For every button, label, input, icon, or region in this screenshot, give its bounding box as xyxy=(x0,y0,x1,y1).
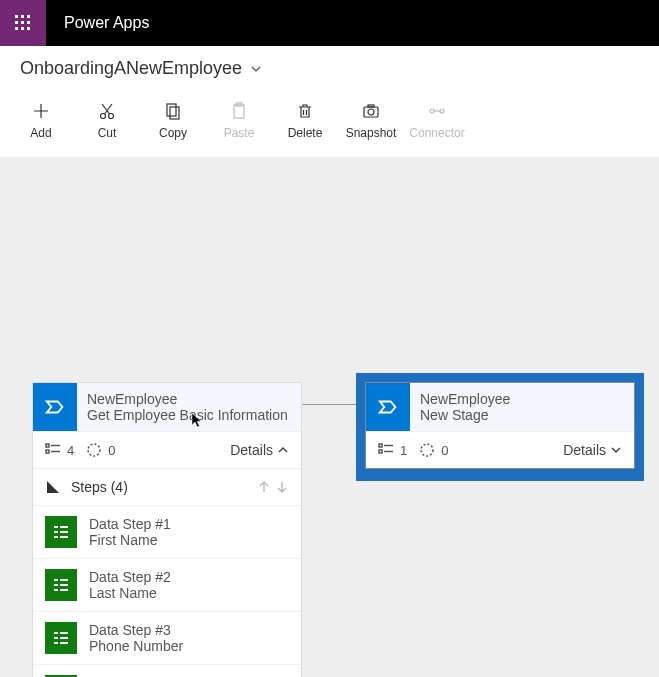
svg-rect-30 xyxy=(60,579,68,581)
cut-label: Cut xyxy=(98,126,117,140)
process-count-value: 0 xyxy=(441,443,448,458)
arrow-down-icon xyxy=(275,480,289,494)
stage-name: Get Employee Basic Information xyxy=(87,407,291,423)
stage-header[interactable]: NewEmployee Get Employee Basic Informati… xyxy=(33,383,301,431)
copy-button[interactable]: Copy xyxy=(140,93,206,149)
connector-line xyxy=(300,404,362,405)
scissors-icon xyxy=(98,102,116,120)
process-count: 0 xyxy=(419,442,448,458)
add-button[interactable]: Add xyxy=(8,93,74,149)
steps-count: 1 xyxy=(378,442,407,458)
svg-rect-25 xyxy=(54,531,58,533)
form-icon xyxy=(52,629,70,647)
svg-rect-40 xyxy=(60,642,68,644)
step-row[interactable]: Data Step #2 Last Name xyxy=(33,558,301,611)
trash-icon xyxy=(296,102,314,120)
app-title: Power Apps xyxy=(46,0,167,46)
details-toggle[interactable]: Details xyxy=(230,442,289,458)
chevron-shape-icon xyxy=(44,396,66,418)
svg-rect-38 xyxy=(60,637,68,639)
canvas[interactable]: NewEmployee Get Employee Basic Informati… xyxy=(0,157,659,677)
paste-icon xyxy=(230,102,248,120)
svg-rect-21 xyxy=(46,450,49,453)
stage-stats: 1 0 Details xyxy=(366,431,634,468)
step-icon xyxy=(45,516,77,548)
stage-card-new-stage[interactable]: NewEmployee New Stage 1 0 Details xyxy=(365,382,635,469)
svg-rect-34 xyxy=(60,589,68,591)
reorder-arrows xyxy=(257,480,289,494)
svg-point-22 xyxy=(88,444,100,456)
refresh-icon xyxy=(86,442,102,458)
connector-button: Connector xyxy=(404,93,470,149)
svg-point-10 xyxy=(109,114,114,119)
toolbar: Add Cut Copy Paste Delete Snapshot Conne… xyxy=(0,87,659,157)
details-label: Details xyxy=(230,442,273,458)
chevron-down-icon xyxy=(250,63,262,75)
svg-rect-29 xyxy=(54,579,58,581)
cut-button[interactable]: Cut xyxy=(74,93,140,149)
step-icon xyxy=(45,569,77,601)
svg-rect-1 xyxy=(21,15,24,18)
svg-rect-20 xyxy=(46,444,49,447)
step-row[interactable]: Data Step #3 Phone Number xyxy=(33,611,301,664)
steps-count: 4 xyxy=(45,442,74,458)
steps-count-value: 4 xyxy=(67,443,74,458)
svg-rect-23 xyxy=(54,526,58,528)
steps-header[interactable]: Steps (4) xyxy=(33,469,301,505)
triangle-icon xyxy=(45,479,61,495)
stage-entity: NewEmployee xyxy=(420,391,624,407)
snapshot-button[interactable]: Snapshot xyxy=(338,93,404,149)
details-toggle[interactable]: Details xyxy=(563,442,622,458)
paste-label: Paste xyxy=(224,126,255,140)
svg-rect-33 xyxy=(54,589,58,591)
svg-rect-3 xyxy=(15,21,18,24)
step-field: Last Name xyxy=(89,585,171,601)
stage-header[interactable]: NewEmployee New Stage xyxy=(366,383,634,431)
list-icon xyxy=(45,442,61,458)
chevron-up-icon xyxy=(277,444,289,456)
svg-rect-31 xyxy=(54,584,58,586)
details-label: Details xyxy=(563,442,606,458)
app-launcher-button[interactable] xyxy=(0,0,46,46)
paste-button: Paste xyxy=(206,93,272,149)
svg-rect-26 xyxy=(60,531,68,533)
svg-rect-4 xyxy=(21,21,24,24)
step-icon xyxy=(45,622,77,654)
delete-button[interactable]: Delete xyxy=(272,93,338,149)
step-name: Data Step #3 xyxy=(89,622,183,638)
svg-rect-12 xyxy=(170,107,179,119)
svg-rect-11 xyxy=(167,104,176,116)
stage-name: New Stage xyxy=(420,407,624,423)
plus-icon xyxy=(32,102,50,120)
steps-header-label: Steps (4) xyxy=(71,479,128,495)
connector-icon xyxy=(428,102,446,120)
svg-rect-7 xyxy=(21,27,24,30)
cursor-pointer xyxy=(190,412,206,432)
svg-rect-17 xyxy=(368,105,374,107)
form-icon xyxy=(52,576,70,594)
process-count-value: 0 xyxy=(108,443,115,458)
svg-rect-36 xyxy=(60,632,68,634)
add-label: Add xyxy=(30,126,51,140)
stage-card-get-info[interactable]: NewEmployee Get Employee Basic Informati… xyxy=(32,382,302,677)
breadcrumb[interactable]: OnboardingANewEmployee xyxy=(0,46,659,87)
step-row[interactable]: Data Step #1 First Name xyxy=(33,505,301,558)
copy-icon xyxy=(164,102,182,120)
svg-rect-8 xyxy=(27,27,30,30)
form-icon xyxy=(52,523,70,541)
chevron-shape-icon xyxy=(377,396,399,418)
svg-rect-6 xyxy=(15,27,18,30)
steps-section: Steps (4) Data Step #1 First Name Data S… xyxy=(33,468,301,677)
list-icon xyxy=(378,442,394,458)
svg-rect-48 xyxy=(379,450,382,453)
step-name: Data Step #2 xyxy=(89,569,171,585)
step-field: First Name xyxy=(89,532,171,548)
svg-rect-35 xyxy=(54,632,58,634)
waffle-icon xyxy=(15,15,31,31)
copy-label: Copy xyxy=(159,126,187,140)
breadcrumb-text: OnboardingANewEmployee xyxy=(20,58,242,79)
delete-label: Delete xyxy=(288,126,323,140)
svg-rect-0 xyxy=(15,15,18,18)
chevron-down-icon xyxy=(610,444,622,456)
step-row[interactable]: Data Step #4 DOB xyxy=(33,664,301,677)
